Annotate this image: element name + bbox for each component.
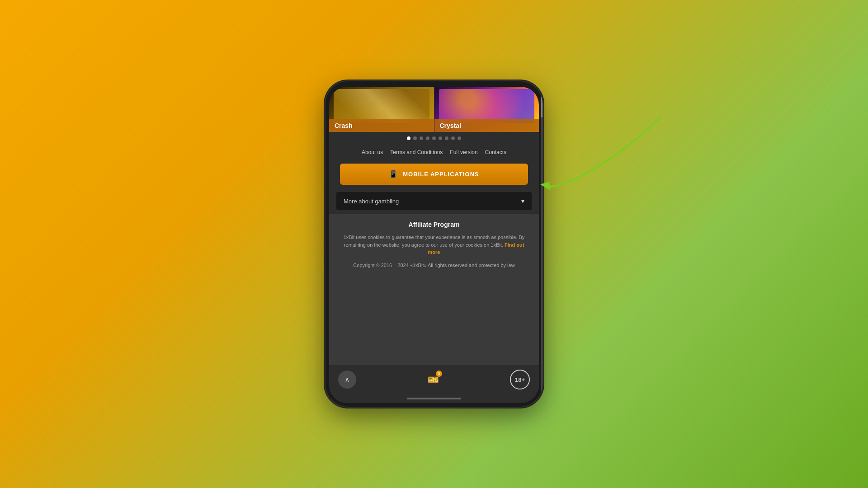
phone-screen: Crash Crystal <box>329 87 539 403</box>
dot-2[interactable] <box>413 136 417 140</box>
nav-links: About us Terms and Conditions Full versi… <box>329 145 539 160</box>
dot-5[interactable] <box>432 136 436 140</box>
footer-area: Affiliate Program 1xBit uses cookies to … <box>329 214 539 365</box>
dot-6[interactable] <box>439 136 442 140</box>
bottom-bar: ∧ 🎫 0 18+ <box>329 365 539 394</box>
copyright-text: Copyright © 2016 – 2024 «1xBit» All righ… <box>353 262 514 269</box>
dot-4[interactable] <box>426 136 429 140</box>
crash-label: Crash <box>329 119 434 132</box>
mobile-apps-label: MOBILE APPLICATIONS <box>403 171 479 178</box>
dots-pagination <box>329 132 539 145</box>
affiliate-title: Affiliate Program <box>409 221 460 228</box>
crystal-label: Crystal <box>434 119 539 132</box>
home-indicator <box>329 394 539 403</box>
phone-frame: Crash Crystal <box>326 81 542 407</box>
mobile-icon: 📱 <box>389 170 398 178</box>
crash-game-card[interactable]: Crash <box>329 87 434 132</box>
age-restriction-badge: 18+ <box>510 370 530 389</box>
game-cards-row: Crash Crystal <box>329 87 539 132</box>
phone-wrapper: Crash Crystal <box>326 81 542 407</box>
dot-3[interactable] <box>420 136 423 140</box>
dot-8[interactable] <box>451 136 455 140</box>
crystal-game-card[interactable]: Crystal <box>434 87 539 132</box>
dot-7[interactable] <box>445 136 448 140</box>
chevron-up-icon: ∧ <box>344 375 350 384</box>
betslip-badge: 0 <box>436 371 442 377</box>
nav-full-version[interactable]: Full version <box>450 149 477 155</box>
mobile-applications-button[interactable]: 📱 MOBILE APPLICATIONS <box>340 164 528 185</box>
betslip-button[interactable]: 🎫 0 <box>423 370 443 389</box>
dot-1[interactable] <box>407 136 410 140</box>
more-about-gambling-dropdown[interactable]: More about gambling ▾ <box>336 192 532 210</box>
dot-9[interactable] <box>458 136 461 140</box>
home-bar <box>407 398 461 399</box>
nav-contacts[interactable]: Contacts <box>485 149 506 155</box>
scroll-to-top-button[interactable]: ∧ <box>338 371 356 389</box>
cookie-notice-text: 1xBit uses cookies to guarantee that you… <box>338 234 530 256</box>
nav-terms[interactable]: Terms and Conditions <box>390 149 443 155</box>
chevron-down-icon: ▾ <box>521 197 524 205</box>
dropdown-label: More about gambling <box>344 198 399 205</box>
nav-about-us[interactable]: About us <box>362 149 383 155</box>
